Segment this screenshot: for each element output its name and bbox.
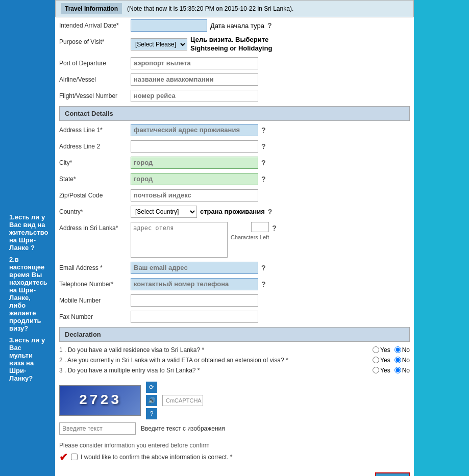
captcha-hint: Введите текст с изображения [141, 425, 225, 432]
q1-yes-radio[interactable] [373, 346, 379, 353]
travel-info-label: Travel Information [61, 3, 122, 14]
captcha-help-btn[interactable]: ? [146, 408, 157, 419]
country-select[interactable]: [Select Country] [131, 206, 197, 218]
q3-no-label[interactable]: No [394, 367, 410, 374]
address2-help[interactable]: ? [261, 142, 266, 151]
address2-label: Address Line 2 [59, 140, 131, 150]
captcha-refresh-btn[interactable]: ⟳ [146, 382, 157, 393]
airline-input[interactable] [131, 73, 258, 86]
phone-input[interactable] [131, 278, 258, 290]
arrival-date-help[interactable]: ? [267, 21, 272, 30]
declaration-q2-radios: Yes No [349, 357, 410, 364]
captcha-image: 2723 [59, 385, 141, 416]
address2-input[interactable] [131, 140, 258, 153]
arrival-date-label: Intended Arrival Date* [59, 19, 131, 29]
declaration-q2-row: 2 . Are you currently in Sri Lanka with … [59, 355, 410, 365]
captcha-logo: CmCAPTCHA [162, 395, 203, 406]
city-input[interactable] [131, 157, 258, 169]
zip-input[interactable] [131, 189, 258, 202]
fax-row: Fax Number [55, 309, 414, 325]
hint1: 1.есть ли у Вас вид на жительство на Шри… [9, 213, 46, 252]
airline-control [131, 73, 410, 86]
phone-control: ? [131, 278, 410, 290]
q2-no-label[interactable]: No [394, 357, 410, 364]
declaration-q3-row: 3 . Do you have a multiple entry visa to… [59, 365, 410, 375]
contact-section-header-wrap: Contact Details [55, 104, 414, 122]
departure-input[interactable] [131, 57, 258, 69]
address1-label: Address Line 1* [59, 124, 131, 134]
srilanka-help[interactable]: ? [272, 224, 277, 232]
q3-yes-label[interactable]: Yes [373, 367, 390, 374]
declaration-q3-radios: Yes No [349, 367, 410, 374]
chars-left-label: Characters Left [231, 234, 269, 240]
srilanka-address-row: Address in Sri Lanka* 90 Characters Left… [55, 220, 414, 260]
email-input[interactable] [131, 262, 258, 274]
flight-label: Flight/Vessel Number [59, 90, 131, 99]
captcha-controls: ⟳ 🔊 ? [146, 382, 157, 419]
q3-yes-radio[interactable] [373, 367, 379, 373]
q1-yes-label[interactable]: Yes [373, 346, 390, 354]
address1-control: ? [131, 124, 410, 136]
city-help[interactable]: ? [261, 159, 266, 167]
purpose-label: Purpose of Visit* [59, 36, 131, 45]
srilanka-control: 90 Characters Left ? [131, 222, 410, 258]
q1-no-radio[interactable] [394, 346, 401, 353]
captcha-audio-btn[interactable]: 🔊 [146, 395, 157, 406]
country-row: Country* [Select Country] страна прожива… [55, 204, 414, 220]
contact-section-header: Contact Details [59, 106, 410, 121]
note-bar: Travel Information (Note that now it is … [55, 0, 414, 17]
departure-control [131, 57, 410, 69]
captcha-area: 2723 ⟳ 🔊 ? CmCAPTCHA Введите текст с изо… [55, 378, 414, 439]
confirm-text: I would like to confirm the above inform… [81, 454, 232, 461]
mobile-input[interactable] [131, 294, 258, 307]
arrival-date-row: Intended Arrival Date* Дата начала тура … [55, 17, 414, 34]
srilanka-input[interactable] [131, 222, 228, 258]
country-control: [Select Country] страна проживания ? [131, 206, 410, 218]
confirm-section: Please consider information you entered … [55, 439, 414, 470]
email-help[interactable]: ? [261, 264, 266, 272]
email-label: Email Address * [59, 262, 131, 271]
captcha-image-row: 2723 ⟳ 🔊 ? CmCAPTCHA [59, 382, 410, 419]
purpose-control: [Select Please] Sightseeing Holidaying B… [131, 36, 410, 53]
hint3: 3.есть ли у Вас мульти виза на Шри-Ланку… [9, 336, 46, 382]
zip-control [131, 189, 410, 202]
purpose-hint: Цель визита. Выберите Sightseeing or Hol… [190, 36, 292, 53]
fax-input[interactable] [131, 311, 258, 323]
purpose-row: Purpose of Visit* [Select Please] Sights… [55, 34, 414, 55]
email-row: Email Address * ? [55, 260, 414, 276]
captcha-input[interactable] [59, 422, 136, 435]
declaration-q1-row: 1 . Do you have a valid residence visa t… [59, 345, 410, 355]
chars-left-wrap: 90 Characters Left [231, 222, 269, 240]
declaration-q1: 1 . Do you have a valid residence visa t… [59, 346, 349, 354]
confirm-row: ✔ I would like to confirm the above info… [59, 451, 410, 463]
flight-row: Flight/Vessel Number [55, 88, 414, 104]
confirm-checkbox[interactable] [71, 454, 78, 460]
fax-control [131, 311, 410, 323]
state-input[interactable] [131, 173, 258, 185]
phone-help[interactable]: ? [261, 280, 266, 288]
state-help[interactable]: ? [261, 175, 266, 183]
q1-no-label[interactable]: No [394, 346, 410, 354]
declaration-section: 1 . Do you have a valid residence visa t… [55, 343, 414, 378]
chars-left-input[interactable]: 90 [251, 222, 269, 232]
fax-label: Fax Number [59, 311, 131, 320]
declaration-q2: 2 . Are you currently in Sri Lanka with … [59, 357, 349, 364]
declaration-header: Declaration [59, 327, 410, 342]
arrival-date-control: Дата начала тура ? [131, 19, 410, 32]
flight-input[interactable] [131, 90, 258, 102]
address1-input[interactable] [131, 124, 258, 136]
purpose-select[interactable]: [Select Please] Sightseeing Holidaying B… [131, 38, 187, 51]
departure-row: Port of Departure [55, 55, 414, 71]
arrival-date-hint: Дата начала тура [210, 22, 264, 30]
next-button[interactable]: Next [375, 472, 410, 476]
srilanka-label: Address in Sri Lanka* [59, 222, 131, 232]
address1-help[interactable]: ? [261, 126, 266, 134]
textarea-group: 90 Characters Left [131, 222, 269, 258]
q2-no-radio[interactable] [394, 357, 401, 363]
mobile-label: Mobile Number [59, 294, 131, 304]
country-help[interactable]: ? [268, 208, 273, 216]
q3-no-radio[interactable] [394, 367, 401, 373]
q2-yes-label[interactable]: Yes [373, 357, 390, 364]
arrival-date-input[interactable] [131, 19, 207, 32]
q2-yes-radio[interactable] [373, 357, 379, 363]
